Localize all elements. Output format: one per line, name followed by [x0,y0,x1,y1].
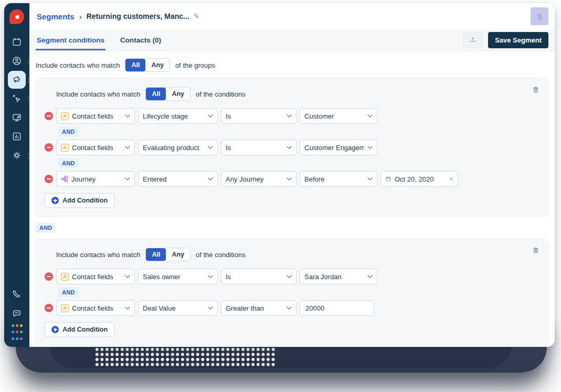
chevron-down-icon [125,114,130,118]
edit-pencil-icon[interactable]: ✎ [194,12,200,20]
select-value: Contact fields [72,144,122,152]
condition-operator-select[interactable]: Is [221,269,297,284]
condition-category-select[interactable]: A Contact fields [56,269,135,284]
sidebar-item-landing-pages[interactable] [4,108,29,127]
plus-circle-icon [51,326,59,333]
condition-category-select[interactable]: A Contact fields [56,300,135,316]
match-prefix-label: Include contacts who match [56,90,140,98]
match-prefix-label: Include contacts who match [36,61,120,69]
condition-qualifier-select[interactable]: Before [300,171,377,187]
sidebar-item-calendar[interactable] [4,33,29,51]
app-logo[interactable] [9,9,24,24]
kebab-menu-icon[interactable] [28,96,29,101]
toggle-any[interactable]: Any [166,88,190,100]
sidebar-item-app-switcher[interactable] [4,323,29,342]
groups-match-row: Include contacts who match All Any of th… [36,58,548,72]
condition-field-select[interactable]: Sales owner [138,269,218,284]
sidebar-item-reports[interactable] [4,127,29,146]
user-avatar[interactable]: S [531,7,548,25]
select-value: Before [304,175,364,183]
select-value: Is [226,144,283,152]
tab-bar: Segment conditions Contacts (0) Save Seg… [29,29,555,51]
condition-value-select[interactable]: Sara Jordan [300,269,377,284]
toggle-any[interactable]: Any [166,248,190,261]
remove-condition-button[interactable] [45,175,53,183]
match-prefix-label: Include contacts who match [56,251,140,259]
condition-field-select[interactable]: Lifecycle stage [138,108,218,124]
toggle-any[interactable]: Any [145,59,170,71]
delete-group-button[interactable] [532,86,540,96]
chevron-down-icon [125,146,130,149]
tab-contacts[interactable]: Contacts (0) [119,29,162,50]
tab-segment-conditions[interactable]: Segment conditions [36,29,105,50]
toggle-all[interactable]: All [146,88,166,100]
plus-circle-icon [51,197,59,204]
group-connector-chip: AND [36,223,56,232]
condition-operator-select[interactable]: Greater than [221,300,297,316]
condition-row: A Contact fields Evaluating product Is C… [45,140,539,155]
remove-condition-button[interactable] [45,272,53,281]
export-button[interactable] [463,32,483,48]
sidebar-item-chat[interactable] [4,304,29,323]
condition-category-select[interactable]: A Contact fields [56,140,135,155]
chevron-down-icon [125,306,130,310]
condition-field-select[interactable]: Deal Value [138,300,218,316]
remove-condition-button[interactable] [45,304,53,312]
sidebar-item-journeys[interactable] [4,89,29,108]
conditions-match-toggle: All Any [145,87,190,101]
condition-operator-select[interactable]: Is [221,140,297,155]
condition-date-input[interactable]: Oct 20, 2020 × [380,171,458,187]
condition-category-select[interactable]: A Contact fields [56,108,135,124]
sidebar-item-contacts[interactable] [4,51,29,70]
select-value: Contact fields [72,112,122,120]
kebab-menu-icon[interactable] [28,58,29,63]
sidebar-item-settings[interactable] [4,146,29,165]
condition-row: A Contact fields Lifecycle stage Is Cust… [45,108,539,124]
chevron-down-icon [208,275,213,278]
match-suffix-label: of the conditions [196,251,246,259]
sidebar-item-phone[interactable] [4,285,29,304]
add-condition-button[interactable]: Add Condition [45,322,114,337]
chevron-down-icon [287,177,292,181]
chevron-down-icon [367,114,373,118]
date-value: Oct 20, 2020 [395,175,446,183]
and-connector-chip: AND [58,127,78,136]
condition-operator-select[interactable]: Any Journey [221,171,297,187]
save-segment-button[interactable]: Save Segment [488,32,548,48]
contact-field-icon: A [61,304,69,312]
chevron-down-icon [125,177,130,181]
conditions-match-row: Include contacts who match All Any of th… [56,87,539,101]
chevron-down-icon [287,114,292,118]
condition-group-2: Include contacts who match All Any of th… [36,239,548,346]
select-value: Sara Jordan [304,273,364,281]
chevron-down-icon [287,275,292,278]
remove-condition-button[interactable] [45,112,53,120]
select-value: Deal Value [143,304,205,312]
sidebar-item-campaigns[interactable] [4,70,29,89]
condition-value-select[interactable]: Customer Engagement [300,140,377,155]
kebab-menu-icon[interactable] [28,153,29,158]
condition-field-select[interactable]: Entered [138,171,218,187]
breadcrumb-segments-link[interactable]: Segments [37,12,75,21]
contact-field-icon: A [61,273,69,281]
condition-category-select[interactable]: Journey [56,171,135,187]
select-value: Journey [71,175,122,183]
clear-date-icon[interactable]: × [449,175,453,183]
top-bar: Segments › Returning customers, Manc... … [29,3,555,29]
toggle-all[interactable]: All [125,59,145,71]
calendar-icon [8,33,26,51]
delete-group-button[interactable] [532,246,540,256]
select-value: Is [226,112,283,120]
condition-operator-select[interactable]: Is [221,108,297,124]
select-value: Evaluating product [143,144,205,152]
condition-field-select[interactable]: Evaluating product [138,140,218,155]
toggle-all[interactable]: All [146,248,166,261]
deal-value-input[interactable] [300,300,374,316]
and-connector-chip: AND [58,158,78,168]
chat-bubble-icon [8,304,26,322]
remove-condition-button[interactable] [45,143,53,152]
kebab-menu-icon[interactable] [28,77,29,82]
select-value: Entered [143,175,205,183]
condition-value-select[interactable]: Customer [300,108,377,124]
add-condition-button[interactable]: Add Condition [45,193,114,208]
